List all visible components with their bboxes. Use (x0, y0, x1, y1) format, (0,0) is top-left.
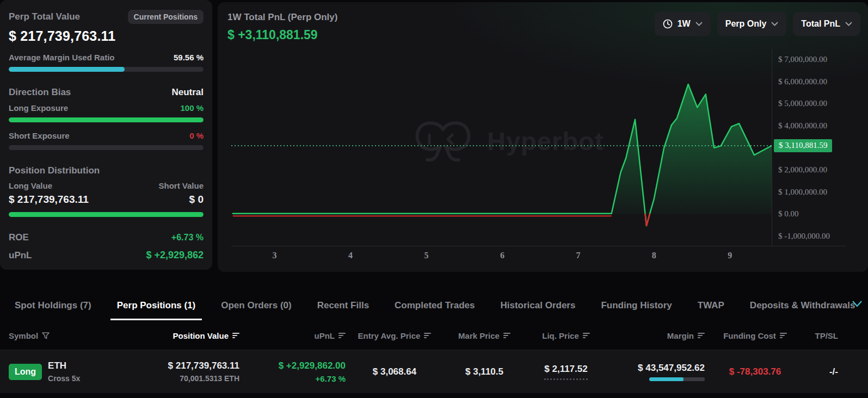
x-tick-label: 4 (348, 251, 353, 260)
y-tick-label: $ 6,000,000.00 (778, 77, 827, 86)
position-row-eth[interactable]: Long ETH Cross 5x $ 217,739,763.11 70,00… (0, 350, 868, 393)
column-header-liq-price[interactable]: Liq. Price (525, 331, 607, 340)
column-label: Entry Avg. Price (358, 331, 421, 340)
x-tick-label: 7 (576, 251, 580, 260)
margin-cell: $ 43,547,952.62 (607, 363, 705, 381)
panel-title: Perp Total Value (9, 11, 80, 22)
column-label: Position Value (173, 331, 229, 340)
column-label: Funding Cost (723, 331, 776, 340)
x-axis-labels: 3456789 (231, 251, 772, 264)
tab-twap[interactable]: TWAP (698, 291, 724, 320)
long-value: $ 217,739,763.11 (9, 194, 89, 206)
margin-ratio-bar (9, 67, 204, 72)
market-type-dropdown[interactable]: Perp Only (717, 12, 787, 36)
mark-price-cell: $ 3,110.5 (444, 366, 525, 377)
short-exposure-value: 0 % (189, 131, 204, 140)
long-exposure-label: Long Exposure (9, 103, 68, 113)
column-header-symbol[interactable]: Symbol (0, 331, 87, 340)
chart-area-fill (233, 84, 772, 214)
y-tick-label: $ 0.00 (778, 209, 799, 219)
chevron-down-icon (771, 22, 778, 26)
short-value-label: Short Value (158, 181, 204, 190)
market-type-label: Perp Only (725, 19, 767, 29)
tab-recent-fills[interactable]: Recent Fills (317, 291, 369, 320)
x-axis-line (231, 246, 846, 246)
sort-icon (338, 333, 346, 338)
tab-perp-positions-1[interactable]: Perp Positions (1) (117, 291, 196, 320)
column-label: Symbol (9, 331, 38, 340)
metric-dropdown[interactable]: Total PnL (793, 12, 860, 36)
chart-header: 1W Total PnL (Perp Only) $ +3,110,881.59 (227, 12, 337, 42)
sort-icon (698, 333, 705, 338)
current-pnl-badge: $ 3,110,881.59 (774, 139, 832, 152)
y-tick-label: $ 1,000,000.00 (778, 188, 827, 197)
upnl-value: $ +2,929,862 (146, 250, 204, 261)
column-header-margin[interactable]: Margin (607, 331, 705, 340)
current-positions-badge[interactable]: Current Positions (128, 10, 204, 24)
liq-price-cell: $ 2,117.52 (525, 364, 607, 380)
sort-icon (232, 333, 239, 338)
symbol-name: ETH (48, 360, 80, 371)
column-header-position-value[interactable]: Position Value (87, 331, 239, 340)
roe-label: ROE (9, 232, 29, 243)
long-exposure-bar (9, 117, 204, 122)
column-header-mark-price[interactable]: Mark Price (444, 331, 525, 340)
chevron-down-icon (845, 22, 852, 26)
long-value-label: Long Value (9, 181, 52, 190)
position-distribution-bar (9, 212, 204, 217)
pnl-chart-panel: 1W Total PnL (Perp Only) $ +3,110,881.59… (218, 2, 868, 272)
sort-icon (780, 333, 787, 338)
short-exposure-bar (9, 145, 204, 150)
symbol-cell: Long ETH Cross 5x (0, 360, 87, 383)
chevron-down-icon (695, 22, 703, 26)
tab-funding-history[interactable]: Funding History (601, 291, 672, 320)
upnl-cell: $ +2,929,862.00 +6.73 % (239, 360, 346, 383)
chart-negative-segment (645, 214, 650, 226)
column-label: TP/SL (815, 331, 838, 340)
sort-icon (503, 333, 510, 338)
filter-icon (42, 332, 50, 339)
column-label: uPnL (315, 331, 335, 340)
position-size: 70,001.5313 ETH (87, 374, 239, 383)
timeframe-label: 1W (678, 19, 691, 29)
y-tick-label: $ 4,000,000.00 (778, 121, 827, 130)
tabs-overflow-chevron-icon[interactable] (852, 300, 863, 308)
leverage-label: Cross 5x (48, 374, 80, 383)
column-header-tp-sl[interactable]: TP/SL (805, 331, 868, 340)
column-header-entry-avg-price[interactable]: Entry Avg. Price (346, 331, 444, 340)
tab-completed-trades[interactable]: Completed Trades (395, 291, 475, 320)
chart-total-pnl-value: $ +3,110,881.59 (227, 28, 337, 42)
funding-cost-cell: $ -78,303.76 (705, 366, 805, 377)
entry-price-cell: $ 3,068.64 (346, 366, 444, 377)
x-tick-label: 9 (728, 251, 732, 260)
y-tick-label: $ 5,000,000.00 (778, 99, 827, 108)
tab-historical-orders[interactable]: Historical Orders (500, 291, 575, 320)
margin-usage-bar (649, 377, 705, 381)
x-tick-label: 3 (273, 251, 277, 260)
metric-label: Total PnL (801, 19, 840, 29)
tab-open-orders-0[interactable]: Open Orders (0) (221, 291, 291, 320)
column-label: Mark Price (458, 331, 500, 340)
tab-deposits-withdrawals[interactable]: Deposits & Withdrawals (750, 291, 855, 320)
short-value: $ 0 (189, 194, 204, 206)
clock-icon (663, 19, 673, 29)
roe-value: +6.73 % (171, 233, 204, 242)
tab-spot-holdings-7[interactable]: Spot Holdings (7) (15, 291, 91, 320)
column-header-upnl[interactable]: uPnL (239, 331, 346, 340)
x-tick-label: 8 (652, 251, 656, 260)
column-header-funding-cost[interactable]: Funding Cost (705, 331, 805, 340)
position-distribution-label: Position Distribution (9, 165, 204, 176)
x-tick-label: 6 (500, 251, 504, 260)
positions-table-header: SymbolPosition ValueuPnLEntry Avg. Price… (0, 325, 868, 346)
column-label: Margin (667, 331, 694, 340)
column-label: Liq. Price (542, 331, 579, 340)
long-exposure-value: 100 % (180, 103, 204, 113)
pnl-area-chart[interactable] (231, 49, 772, 246)
tpsl-cell: -/- (805, 366, 868, 377)
direction-bias-label: Direction Bias (9, 87, 71, 98)
short-exposure-label: Short Exposure (9, 131, 70, 140)
chart-title: 1W Total PnL (Perp Only) (227, 12, 337, 23)
timeframe-dropdown[interactable]: 1W (655, 12, 711, 36)
perp-total-value: $ 217,739,763.11 (9, 28, 204, 44)
y-tick-label: $ 7,000,000.00 (778, 55, 827, 64)
